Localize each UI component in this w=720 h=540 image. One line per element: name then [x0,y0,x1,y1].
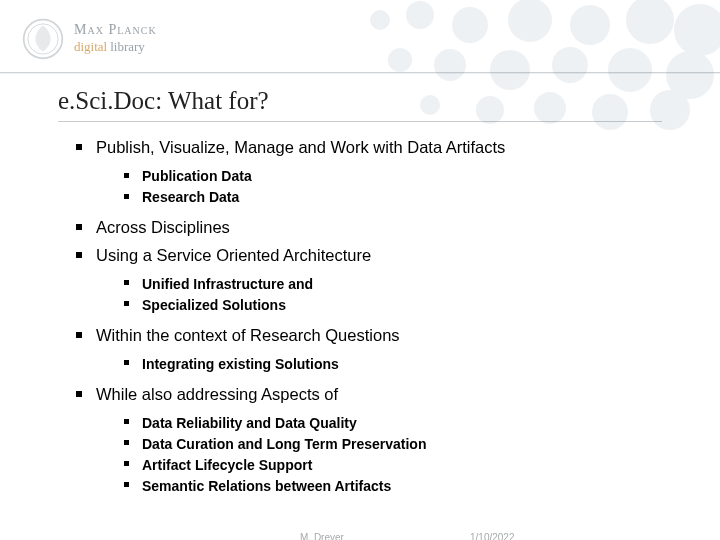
sub-list-item: Data Reliability and Data Quality [124,413,662,434]
footer-author: M. Dreyer [300,532,344,540]
list-item: Using a Service Oriented ArchitectureUni… [76,244,662,316]
bullet-list: Publish, Visualize, Manage and Work with… [58,136,662,497]
list-item-label: Publish, Visualize, Manage and Work with… [96,138,505,156]
slide-content: e.Sci.Doc: What for? Publish, Visualize,… [0,73,720,497]
brand-line2b: library [110,39,145,54]
list-item-label: Using a Service Oriented Architecture [96,246,371,264]
sub-list: Publication DataResearch Data [96,166,662,208]
sub-list: Integrating existing Solutions [96,354,662,375]
list-item: Across Disciplines [76,216,662,240]
list-item-label: While also addressing Aspects of [96,385,338,403]
sub-list: Data Reliability and Data QualityData Cu… [96,413,662,497]
brand-text: Max Planck digitallibrary [74,23,157,54]
sub-list-item: Integrating existing Solutions [124,354,662,375]
list-item-label: Within the context of Research Questions [96,326,400,344]
header: Max Planck digitallibrary [0,0,720,72]
list-item: Publish, Visualize, Manage and Work with… [76,136,662,208]
brand-line2a: digital [74,39,107,54]
sub-list-item: Publication Data [124,166,662,187]
brand-line1: Max Planck [74,23,157,38]
logo-emblem-icon [22,18,64,60]
sub-list-item: Artifact Lifecycle Support [124,455,662,476]
list-item-label: Across Disciplines [96,218,230,236]
list-item: Within the context of Research Questions… [76,324,662,375]
sub-list-item: Research Data [124,187,662,208]
list-item: While also addressing Aspects ofData Rel… [76,383,662,497]
sub-list-item: Data Curation and Long Term Preservation [124,434,662,455]
sub-list-item: Semantic Relations between Artifacts [124,476,662,497]
sub-list-item: Specialized Solutions [124,295,662,316]
sub-list: Unified Infrastructure andSpecialized So… [96,274,662,316]
sub-list-item: Unified Infrastructure and [124,274,662,295]
slide-title: e.Sci.Doc: What for? [58,87,662,122]
footer-date: 1/10/2022 [470,532,515,540]
